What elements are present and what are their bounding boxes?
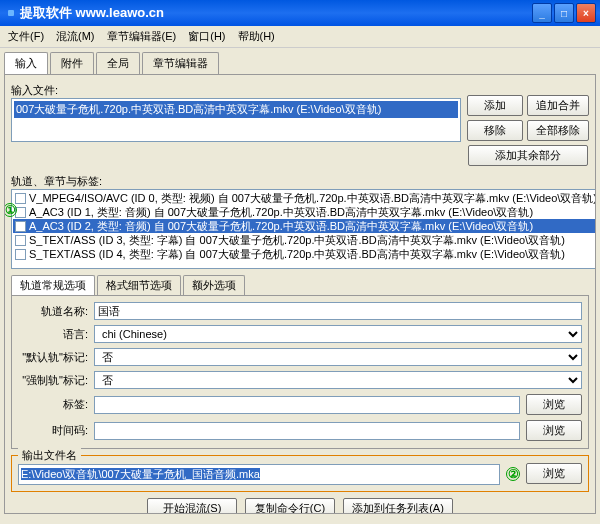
app-icon xyxy=(8,10,14,16)
callout-1: ① xyxy=(4,203,17,217)
add-rest-button[interactable]: 添加其余部分 xyxy=(468,145,588,166)
window-title: 提取软件 www.leawo.cn xyxy=(20,4,532,22)
menu-window[interactable]: 窗口(H) xyxy=(188,29,225,44)
tags-input[interactable] xyxy=(94,396,520,414)
tab-general-options[interactable]: 轨道常规选项 xyxy=(11,275,95,295)
menu-file[interactable]: 文件(F) xyxy=(8,29,44,44)
remove-button[interactable]: 移除 xyxy=(467,120,523,141)
add-button[interactable]: 添加 xyxy=(467,95,523,116)
remove-all-button[interactable]: 全部移除 xyxy=(527,120,589,141)
menu-help[interactable]: 帮助(H) xyxy=(238,29,275,44)
output-browse-button[interactable]: 浏览 xyxy=(526,463,582,484)
main-tabs: 输入 附件 全局 章节编辑器 xyxy=(0,48,600,74)
track-options-tabs: 轨道常规选项 格式细节选项 额外选项 xyxy=(11,275,589,295)
track-options-panel: 轨道名称: 语言: chi (Chinese) "默认轨"标记: 否 "强制轨"… xyxy=(11,295,589,449)
forced-flag-label: "强制轨"标记: xyxy=(18,373,88,388)
track-row[interactable]: A_AC3 (ID 2, 类型: 音频) 自 007大破量子危机.720p.中英… xyxy=(13,219,596,233)
track-name-label: 轨道名称: xyxy=(18,304,88,319)
output-section: 输出文件名 E:\Video\双音轨\007大破量子危机_国语音频.mka ② … xyxy=(11,455,589,492)
track-row[interactable]: S_TEXT/ASS (ID 3, 类型: 字幕) 自 007大破量子危机.72… xyxy=(13,233,596,247)
default-flag-label: "默认轨"标记: xyxy=(18,350,88,365)
menubar: 文件(F) 混流(M) 章节编辑器(E) 窗口(H) 帮助(H) xyxy=(0,26,600,48)
forced-flag-select[interactable]: 否 xyxy=(94,371,582,389)
tags-label: 标签: xyxy=(18,397,88,412)
tab-global[interactable]: 全局 xyxy=(96,52,140,74)
main-panel: 输入文件: 007大破量子危机.720p.中英双语.BD高清中英双字幕.mkv … xyxy=(4,74,596,514)
default-flag-select[interactable]: 否 xyxy=(94,348,582,366)
tab-extra-options[interactable]: 额外选项 xyxy=(183,275,245,295)
bottom-buttons: 开始混流(S) 复制命令行(C) 添加到任务列表(A) xyxy=(11,492,589,514)
start-mux-button[interactable]: 开始混流(S) xyxy=(147,498,237,514)
track-list[interactable]: V_MPEG4/ISO/AVC (ID 0, 类型: 视频) 自 007大破量子… xyxy=(11,189,596,269)
output-path-box[interactable]: E:\Video\双音轨\007大破量子危机_国语音频.mka xyxy=(18,464,500,485)
tags-browse-button[interactable]: 浏览 xyxy=(526,394,582,415)
track-name-input[interactable] xyxy=(94,302,582,320)
close-button[interactable]: × xyxy=(576,3,596,23)
track-row[interactable]: S_TEXT/ASS (ID 4, 类型: 字幕) 自 007大破量子危机.72… xyxy=(13,247,596,261)
input-file-item[interactable]: 007大破量子危机.720p.中英双语.BD高清中英双字幕.mkv (E:\Vi… xyxy=(14,101,458,118)
timecode-browse-button[interactable]: 浏览 xyxy=(526,420,582,441)
minimize-button[interactable]: _ xyxy=(532,3,552,23)
tab-input[interactable]: 输入 xyxy=(4,52,48,74)
titlebar: 提取软件 www.leawo.cn _ □ × xyxy=(0,0,600,26)
input-file-list[interactable]: 007大破量子危机.720p.中英双语.BD高清中英双字幕.mkv (E:\Vi… xyxy=(11,98,461,142)
input-files-label: 输入文件: xyxy=(11,81,89,98)
copy-cmd-button[interactable]: 复制命令行(C) xyxy=(245,498,335,514)
tab-chapter-editor[interactable]: 章节编辑器 xyxy=(142,52,219,74)
add-queue-button[interactable]: 添加到任务列表(A) xyxy=(343,498,453,514)
language-select[interactable]: chi (Chinese) xyxy=(94,325,582,343)
append-button[interactable]: 追加合并 xyxy=(527,95,589,116)
tab-attachments[interactable]: 附件 xyxy=(50,52,94,74)
track-row[interactable]: V_MPEG4/ISO/AVC (ID 0, 类型: 视频) 自 007大破量子… xyxy=(13,191,596,205)
timecode-label: 时间码: xyxy=(18,423,88,438)
output-path: E:\Video\双音轨\007大破量子危机_国语音频.mka xyxy=(21,468,260,480)
timecode-input[interactable] xyxy=(94,422,520,440)
tracks-label: 轨道、章节与标签: xyxy=(11,172,141,189)
language-label: 语言: xyxy=(18,327,88,342)
menu-chapter-editor[interactable]: 章节编辑器(E) xyxy=(107,29,177,44)
track-row[interactable]: A_AC3 (ID 1, 类型: 音频) 自 007大破量子危机.720p.中英… xyxy=(13,205,596,219)
callout-2: ② xyxy=(506,467,520,481)
output-legend: 输出文件名 xyxy=(18,448,81,463)
menu-mux[interactable]: 混流(M) xyxy=(56,29,95,44)
tab-format-details[interactable]: 格式细节选项 xyxy=(97,275,181,295)
maximize-button[interactable]: □ xyxy=(554,3,574,23)
